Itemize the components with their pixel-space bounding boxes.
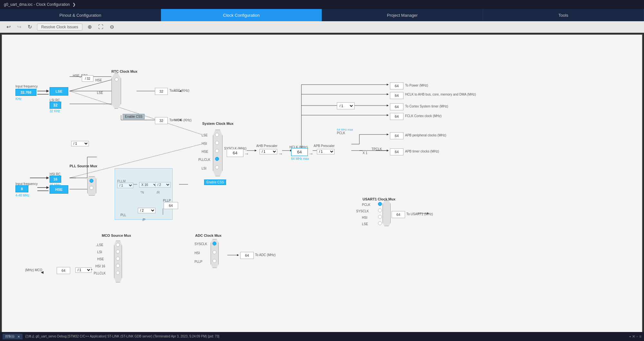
clock-diagram-area: Input frequency 32.768 KHz LSE LSI RC 32… xyxy=(1,34,643,333)
mco-lse-radio[interactable] xyxy=(116,243,120,247)
apb-div-select[interactable]: / 1/ 2/ 4 xyxy=(317,149,335,154)
adc-pllp-radio[interactable] xyxy=(213,259,216,263)
refresh-button[interactable]: ↻ xyxy=(26,23,33,31)
input-freq-val-1[interactable]: 32.768 xyxy=(15,89,36,96)
mco-hse-radio[interactable] xyxy=(116,257,120,261)
hse-div32: / 32 xyxy=(82,75,93,82)
toolbar: ↩ ↪ ↻ Resolve Clock Issues ⊕ ⛶ ⊖ xyxy=(0,21,644,33)
title-chevron: ❯ xyxy=(72,2,76,7)
to-power-val: 64 xyxy=(390,82,403,89)
tab-project[interactable]: Project Manager xyxy=(322,9,483,21)
usart1-sysclk-radio[interactable] xyxy=(378,208,382,212)
mco-source-mux-label: MCO Source Mux xyxy=(102,234,131,237)
console-tab[interactable]: 控制台 ✕ xyxy=(3,334,23,335)
nav-tabs: Pinout & Configuration Clock Configurati… xyxy=(0,9,644,21)
mco-hsi16-radio[interactable] xyxy=(116,264,120,268)
mco-val: 64 xyxy=(57,267,70,274)
app-title: g0_uart_dma.ioc - Clock Configuration xyxy=(4,2,70,7)
usart1-lse-radio[interactable] xyxy=(378,221,382,225)
mco-mux-shape xyxy=(114,241,122,282)
pll-label: PLL xyxy=(120,213,126,217)
to-rtc-label: To RTC (KHz) xyxy=(169,89,189,92)
to-iwdg-val: 32 xyxy=(155,117,168,124)
pll-source-mux-label: PLL Source Mux xyxy=(70,164,97,168)
status-bar: 控制台 ✕ 已终止 g0_uart_servo Debug [STM32 C/C… xyxy=(0,332,644,335)
pll-hse-radio[interactable] xyxy=(90,186,93,190)
lse-box: LSE xyxy=(50,87,68,96)
hsi-div-select[interactable]: / 1 / 2 / 4 / 8 xyxy=(71,141,89,146)
status-icon-2[interactable]: ✕ xyxy=(632,334,635,335)
mco-pllclk-radio[interactable] xyxy=(116,271,120,275)
undo-button[interactable]: ↩ xyxy=(5,23,12,31)
system-clock-mux-label: System Clock Mux xyxy=(202,122,233,125)
input-freq-val-2[interactable]: 8 xyxy=(15,185,28,192)
sysclk-arrow: → xyxy=(244,151,249,156)
pllp-val: 64 xyxy=(164,202,178,209)
sys-hse-radio[interactable] xyxy=(215,149,219,153)
hse-box: HSE xyxy=(50,185,68,194)
mco-lsi-radio[interactable] xyxy=(116,250,120,253)
pll-div-p-label: /P xyxy=(142,218,145,222)
usart1-mux-label: USART1 Clock Mux xyxy=(363,197,395,201)
sys-lse-radio[interactable] xyxy=(215,133,219,137)
apb-timer-val: 64 xyxy=(390,148,403,155)
apb-periph-val: 64 xyxy=(390,132,403,139)
to-adc-val: 64 xyxy=(240,252,254,259)
usart1-hsi-radio[interactable] xyxy=(378,215,382,219)
usart1-pclk-radio[interactable] xyxy=(378,202,382,206)
input-freq-unit-1: KHz xyxy=(15,97,22,101)
ahb-div-select[interactable]: / 1/ 2/ 4 xyxy=(260,149,277,154)
hclk-div1-box: / 1 xyxy=(337,102,355,109)
rtc-mux-radios: HSE LSE xyxy=(115,78,121,94)
adc-clock-mux-label: ADC Clock Mux xyxy=(195,234,222,237)
rtc-clock-mux-label: RTC Clock Mux xyxy=(111,69,137,73)
to-iwdg-label: To IWDG (KHz) xyxy=(169,118,192,122)
status-icons: ▪ ✕ ▫ ≡ xyxy=(629,334,641,335)
sys-hsi-radio[interactable] xyxy=(215,141,219,145)
sys-pllclk-radio[interactable] xyxy=(215,157,219,161)
enable-css-btn-2[interactable]: Enable CSS xyxy=(204,180,226,185)
console-label: 控制台 xyxy=(5,334,15,335)
enable-css-btn-1[interactable]: Enable CSS xyxy=(123,114,145,119)
svg-line-28 xyxy=(70,91,202,134)
hsi-val-box: 16 xyxy=(50,176,61,183)
status-icon-3[interactable]: ▫ xyxy=(637,334,638,335)
input-freq-range-2: 4-48 MHz xyxy=(15,194,29,197)
usart1-mux-shape xyxy=(383,200,391,226)
adc-sysclk-radio[interactable] xyxy=(213,242,216,245)
wiring-diagram xyxy=(2,35,472,279)
rtc-lsi-radio[interactable] xyxy=(115,78,118,81)
hclk-div-select[interactable]: / 1 xyxy=(338,104,354,108)
redo-button[interactable]: ↪ xyxy=(16,23,23,31)
pll-div-p-select[interactable]: / 2/ 3/ 4 xyxy=(138,208,156,213)
hclk-val: 64 xyxy=(291,148,308,156)
title-bar: g0_uart_dma.ioc - Clock Configuration ❯ xyxy=(0,0,644,9)
status-icon-4[interactable]: ≡ xyxy=(639,334,641,335)
hclk-arrow: → xyxy=(309,151,313,156)
to-rtc-val: 32 xyxy=(155,88,168,95)
mco-arrow: ◄ xyxy=(40,270,44,275)
fclk-val: 64 xyxy=(390,113,403,120)
lsi-khz-label: 32 KHz xyxy=(50,109,60,113)
mco-div-select[interactable]: / 1/ 2 xyxy=(75,267,91,273)
tab-tools[interactable]: Tools xyxy=(483,9,644,21)
sys-mux-shape xyxy=(213,130,223,176)
status-text: 已终止 g0_uart_servo Debug [STM32 C/C++ App… xyxy=(25,334,219,335)
fit-button[interactable]: ⛶ xyxy=(97,23,105,31)
lsi-val-box: 32 xyxy=(50,102,61,109)
to-usart1-val: 64 xyxy=(392,211,405,218)
resolve-clock-button[interactable]: Resolve Clock Issues xyxy=(37,23,82,31)
zoom-out-button[interactable]: ⊖ xyxy=(109,23,115,31)
pll-hsi-radio[interactable] xyxy=(90,179,93,183)
diagram-container[interactable]: Input frequency 32.768 KHz LSE LSI RC 32… xyxy=(2,35,642,333)
status-icon-1[interactable]: ▪ xyxy=(629,334,630,335)
cortex-timer-val: 64 xyxy=(390,103,403,110)
hclk-ahb-val: 64 xyxy=(390,92,403,99)
tab-pinout[interactable]: Pinout & Configuration xyxy=(0,9,161,21)
ahb-arrow: → xyxy=(278,151,283,156)
zoom-in-button[interactable]: ⊕ xyxy=(86,23,93,31)
sysclk-val: 64 xyxy=(227,149,243,157)
sys-lsi-radio[interactable] xyxy=(215,165,219,169)
adc-hsi-radio[interactable] xyxy=(213,250,216,254)
tab-clock[interactable]: Clock Configuration xyxy=(161,9,322,21)
